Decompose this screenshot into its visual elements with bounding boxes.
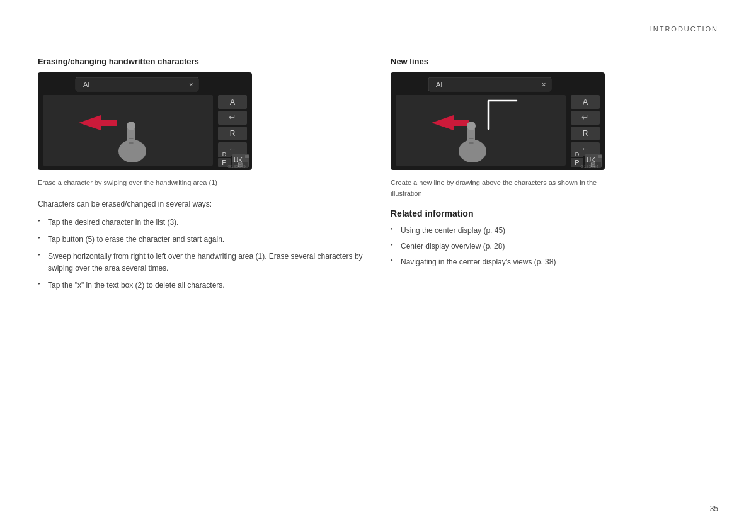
svg-text:D: D xyxy=(222,151,227,157)
svg-text:R: R xyxy=(583,129,588,138)
svg-rect-1 xyxy=(76,77,198,91)
svg-text:A: A xyxy=(583,98,588,106)
svg-rect-23 xyxy=(101,120,117,126)
svg-text:↵: ↵ xyxy=(581,112,589,122)
svg-text:×: × xyxy=(542,81,546,88)
svg-text:↵: ↵ xyxy=(229,112,236,122)
body-intro-text: Characters can be erased/changed in seve… xyxy=(38,198,365,210)
svg-point-26 xyxy=(127,122,135,130)
svg-point-56 xyxy=(467,122,476,130)
bullet-item: Tap the "x" in the text box (2) to delet… xyxy=(38,280,365,291)
right-section-title: New lines xyxy=(391,57,718,66)
right-diagram-caption: Create a new line by drawing above the c… xyxy=(391,178,605,198)
bullet-item: Sweep horizontally from right to left ov… xyxy=(38,251,365,274)
related-bullets: Using the center display (p. 45) Center … xyxy=(391,225,718,269)
svg-text:×: × xyxy=(189,81,193,88)
left-diagram: AI × A ↵ R ← xyxy=(38,72,365,173)
related-item: Center display overview (p. 28) xyxy=(391,241,718,252)
svg-text:R: R xyxy=(230,129,236,138)
related-info-title: Related information xyxy=(391,208,718,218)
svg-rect-17 xyxy=(245,155,249,158)
svg-text:P: P xyxy=(222,159,226,166)
right-column: New lines AI × A ↵ xyxy=(391,57,718,297)
svg-text:P: P xyxy=(575,159,579,166)
svg-text:AI: AI xyxy=(83,81,89,88)
page-number: 35 xyxy=(710,504,718,513)
svg-text:AI: AI xyxy=(436,81,442,88)
bullet-item: Tap button (5) to erase the character an… xyxy=(38,234,365,246)
svg-text:A: A xyxy=(230,98,235,106)
related-item: Navigating in the center display's views… xyxy=(391,256,718,268)
right-diagram: AI × A ↵ R ← P UK xyxy=(391,72,718,173)
bullet-item: Tap the desired character in the list (3… xyxy=(38,217,365,229)
left-section-title: Erasing/changing handwritten characters xyxy=(38,57,365,66)
left-diagram-caption: Erase a character by swiping over the ha… xyxy=(38,178,252,188)
svg-text:D: D xyxy=(575,151,580,157)
related-item: Using the center display (p. 45) xyxy=(391,225,718,237)
svg-text:G183454: G183454 xyxy=(580,164,598,169)
svg-rect-31 xyxy=(428,77,551,91)
svg-text:G183849: G183849 xyxy=(227,164,246,169)
left-column: Erasing/changing handwritten characters … xyxy=(38,57,365,297)
svg-rect-47 xyxy=(598,155,602,158)
erasing-bullets: Tap the desired character in the list (3… xyxy=(38,217,365,292)
page-header: INTRODUCTION xyxy=(650,25,718,33)
